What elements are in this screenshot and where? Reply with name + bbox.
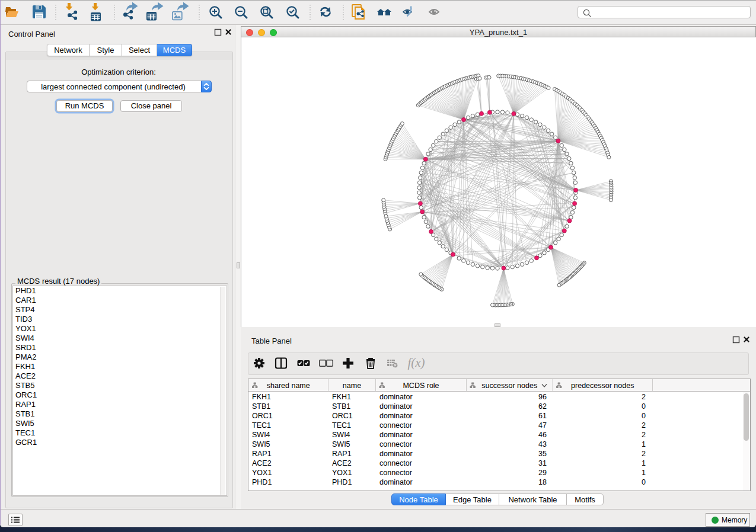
svg-text:successor nodes: successor nodes — [481, 382, 537, 390]
svg-text:MCDS role: MCDS role — [403, 382, 439, 390]
svg-text:predecessor nodes: predecessor nodes — [571, 382, 634, 390]
svg-text:name: name — [343, 382, 361, 390]
svg-text:f(x): f(x) — [407, 355, 425, 370]
svg-text:shared name: shared name — [267, 382, 310, 390]
